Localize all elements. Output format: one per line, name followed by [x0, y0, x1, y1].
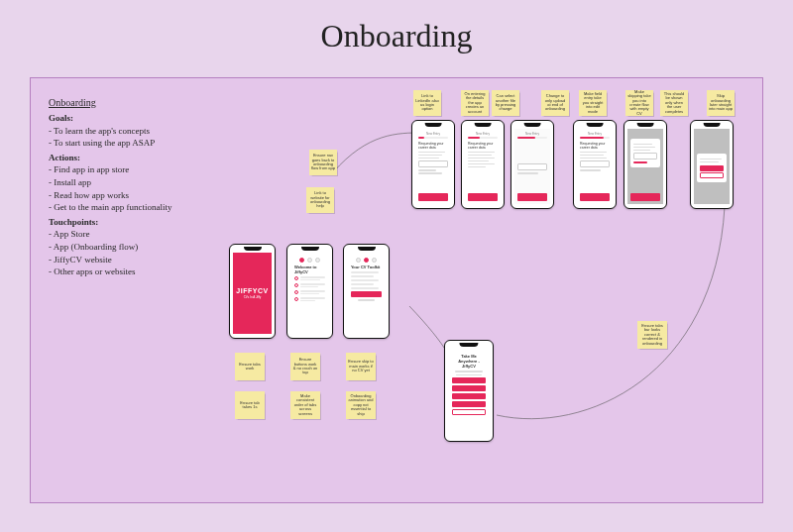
- wizard-header: New Entry: [468, 132, 498, 136]
- menu-button[interactable]: [452, 385, 486, 391]
- sticky-note[interactable]: Onboarding animation and copy not essent…: [346, 391, 376, 419]
- primary-button[interactable]: [700, 165, 724, 171]
- brand-logo: JIFFYCV: [236, 287, 268, 294]
- sticky-note[interactable]: Link to website for onboarding help: [306, 187, 334, 213]
- sticky-note[interactable]: Ensure tabs work: [235, 353, 265, 380]
- goal-item: - To learn the app's concepts: [49, 125, 237, 138]
- action-item: - Get to the main app functionality: [49, 201, 237, 214]
- file-input[interactable]: [517, 163, 547, 170]
- sticky-note[interactable]: This should be shown only when the user …: [660, 90, 688, 116]
- next-button[interactable]: [630, 193, 660, 201]
- phone-wizard-step-3[interactable]: New Entry: [510, 120, 554, 209]
- panel-heading: Onboarding: [49, 96, 237, 110]
- actions-label: Actions:: [49, 152, 237, 164]
- progress-bar: [418, 137, 448, 139]
- wizard-title: Requesting your career data: [580, 142, 610, 150]
- phone-splash[interactable]: JIFFYCV CVs In A Jiffy: [229, 244, 276, 339]
- sticky-note[interactable]: On entering the details the app creates …: [461, 90, 489, 116]
- progress-bar: [517, 137, 547, 139]
- sticky-note[interactable]: Can select another file by pressing chan…: [492, 90, 519, 116]
- progress-bar: [580, 137, 610, 139]
- menu-button[interactable]: [452, 393, 486, 399]
- next-button[interactable]: [468, 193, 498, 201]
- sticky-note[interactable]: Ensure tab takes 1s: [235, 391, 265, 419]
- text-input[interactable]: [633, 153, 657, 160]
- touchpoint-item: - JiffyCV website: [49, 254, 237, 266]
- sticky-note[interactable]: Ensure nav goes back to onboarding flow …: [309, 150, 337, 175]
- pager-dots: [350, 258, 383, 263]
- wizard-header: New Entry: [580, 132, 610, 136]
- primary-button[interactable]: [351, 291, 382, 297]
- menu-secondary-button[interactable]: [452, 409, 486, 415]
- sticky-note[interactable]: Make skipping take you into create flow …: [625, 90, 653, 116]
- sticky-note[interactable]: Skip onboarding later straight into main…: [707, 90, 735, 116]
- diagram-frame: Onboarding Goals: - To learn the app's c…: [30, 77, 763, 503]
- next-button[interactable]: [580, 193, 610, 201]
- progress-bar: [468, 137, 498, 139]
- next-button[interactable]: [517, 193, 547, 201]
- sticky-note[interactable]: Change to only upload at end of onboardi…: [541, 90, 569, 116]
- menu-button[interactable]: [452, 377, 486, 383]
- action-item: - Read how app works: [49, 189, 237, 202]
- sticky-note[interactable]: Ensure skip to main works if no CV yet: [346, 353, 376, 380]
- phone-wizard-step-5[interactable]: [623, 120, 667, 209]
- sticky-note[interactable]: Link to LinkedIn also as login option: [413, 90, 441, 116]
- sticky-note[interactable]: Make consistent order of tabs across scr…: [290, 391, 320, 419]
- text-input[interactable]: [418, 160, 448, 167]
- sticky-note[interactable]: Ensure buttons work & no crash on tap: [290, 353, 320, 380]
- onboarding-title: Your CV Toolkit: [351, 265, 382, 269]
- wizard-header: New Entry: [517, 132, 547, 136]
- action-item: - Install app: [49, 176, 237, 189]
- onboarding-title: Welcome to JiffyCV: [294, 265, 325, 274]
- page-title: Onboarding: [0, 18, 793, 54]
- text-input[interactable]: [580, 160, 610, 167]
- onboarding-text-panel: Onboarding Goals: - To learn the app's c…: [49, 96, 237, 278]
- menu-button[interactable]: [452, 401, 486, 407]
- sticky-note[interactable]: Make field entry take you straight into …: [579, 90, 607, 116]
- phone-wizard-step-1[interactable]: New Entry Requesting your career data: [411, 120, 455, 209]
- brand-tagline: CVs In A Jiffy: [244, 295, 262, 299]
- phone-main-menu[interactable]: Take Me Anywhere - JiffyCV: [444, 340, 494, 442]
- phone-wizard-step-4[interactable]: New Entry Requesting your career data: [573, 120, 617, 209]
- phone-onboarding-1[interactable]: Welcome to JiffyCV: [286, 244, 333, 339]
- goals-label: Goals:: [49, 112, 237, 125]
- touchpoints-label: Touchpoints:: [49, 216, 237, 229]
- action-item: - Find app in app store: [49, 163, 237, 176]
- phone-onboarding-2[interactable]: Your CV Toolkit: [343, 244, 390, 339]
- wizard-header: New Entry: [418, 132, 448, 136]
- menu-title: Take Me Anywhere - JiffyCV: [452, 354, 486, 369]
- wizard-title: Requesting your career data: [418, 142, 448, 150]
- phone-wizard-step-2[interactable]: New Entry Requesting your career data: [461, 120, 505, 209]
- pager-dots: [293, 258, 326, 263]
- touchpoint-item: - App (Onboarding flow): [49, 241, 237, 254]
- wizard-title: Requesting your career data: [468, 142, 498, 150]
- touchpoint-item: - App Store: [49, 228, 237, 241]
- goal-item: - To start using the app ASAP: [49, 137, 237, 150]
- next-button[interactable]: [418, 193, 448, 201]
- touchpoint-item: - Other apps or websites: [49, 266, 237, 278]
- phone-wizard-step-6[interactable]: [690, 120, 734, 209]
- sticky-note[interactable]: Ensure tabs bar looks correct & rendered…: [637, 321, 667, 349]
- secondary-button[interactable]: [700, 172, 724, 178]
